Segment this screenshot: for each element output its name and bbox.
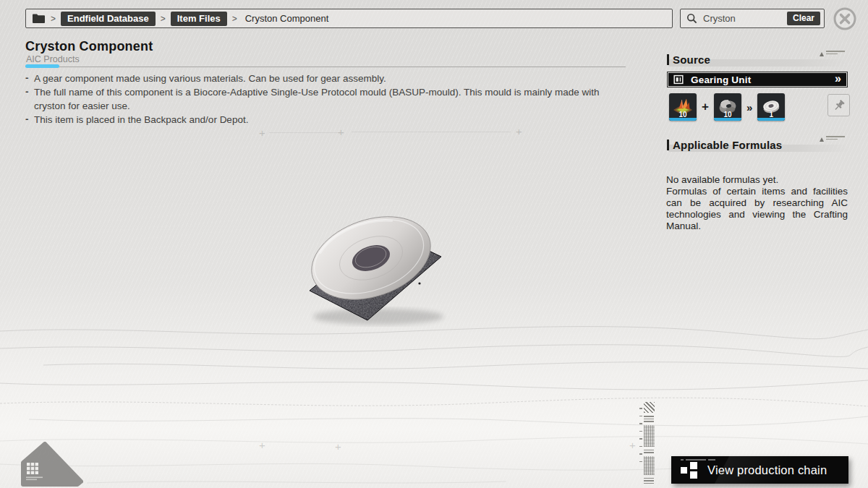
source-section-header: Source <box>667 52 848 67</box>
item-description-list: A gear component made using various mate… <box>25 72 615 127</box>
close-icon <box>833 7 857 31</box>
breadcrumb: > Endfield Database > Item Files > Cryst… <box>25 9 673 28</box>
view-production-chain-button[interactable]: View production chain <box>671 456 848 484</box>
grid-icon <box>27 463 38 474</box>
plus-operator: + <box>702 100 709 114</box>
corner-mark-decoration <box>820 51 845 56</box>
pin-button[interactable] <box>827 94 850 116</box>
arrow-operator: » <box>746 101 752 114</box>
plus-marker-decoration: + <box>338 127 344 137</box>
description-bullet: A gear component made using various mate… <box>25 72 615 85</box>
plus-marker-decoration: + <box>335 441 341 452</box>
item-3d-render <box>295 208 469 331</box>
item-category: AIC Products <box>26 54 80 64</box>
search-icon <box>686 13 697 24</box>
category-accent-bar <box>25 64 59 68</box>
facility-icon <box>673 74 684 85</box>
recipe-input-icon-originium-crystal[interactable]: 10 <box>669 93 697 121</box>
recipe-row: 10 + 10 » 1 <box>669 92 785 122</box>
recipe-input-icon-raw-cryston[interactable]: 10 <box>714 93 741 121</box>
close-button[interactable] <box>833 7 857 31</box>
formulas-section-header: Applicable Formulas <box>667 137 848 152</box>
rarity-strip <box>714 118 741 121</box>
recipe-output-icon-cryston-component[interactable]: 1 <box>757 93 785 121</box>
endfield-database-screen: + + + + + + + > Endfield Database > Item… <box>0 0 868 488</box>
formulas-empty-message: No available formulas yet. Formulas of c… <box>666 174 848 232</box>
pushpin-icon <box>832 98 846 113</box>
view-production-chain-label: View production chain <box>707 463 827 477</box>
search-input[interactable] <box>702 12 783 25</box>
description-bullet: The full name of this component is a Bio… <box>25 85 615 113</box>
faint-line-decoration <box>352 132 511 132</box>
rarity-strip <box>757 118 785 121</box>
search-box: Clear <box>680 9 825 28</box>
plus-marker-decoration: + <box>516 126 522 137</box>
formulas-header-label: Applicable Formulas <box>673 139 782 151</box>
production-chain-icon <box>681 461 698 479</box>
corner-menu-tab[interactable] <box>0 434 94 488</box>
breadcrumb-item-current: Cryston Component <box>245 13 329 24</box>
rarity-strip <box>669 118 697 121</box>
header-bar-decoration <box>667 140 669 150</box>
source-header-label: Source <box>673 53 710 66</box>
facility-gearing-unit-button[interactable]: Gearing Unit » <box>667 72 848 87</box>
breadcrumb-item-item-files[interactable]: Item Files <box>171 12 227 26</box>
double-chevron-icon: » <box>835 73 841 85</box>
folder-icon[interactable] <box>32 13 46 24</box>
plus-marker-decoration: + <box>259 440 265 450</box>
faint-line-decoration <box>269 132 339 133</box>
code-strip-decoration <box>639 402 657 487</box>
plus-marker-decoration: + <box>259 127 265 138</box>
breadcrumb-item-endfield-database[interactable]: Endfield Database <box>61 12 156 26</box>
plus-marker-decoration: + <box>629 440 636 450</box>
header-bar-decoration <box>667 54 669 65</box>
breadcrumb-separator: > <box>161 14 166 23</box>
breadcrumb-separator: > <box>232 14 237 23</box>
page-title: Cryston Component <box>25 39 153 54</box>
header-divider <box>25 67 626 67</box>
formulas-empty-title: No available formulas yet. <box>666 174 778 185</box>
facility-label: Gearing Unit <box>691 74 827 85</box>
clear-search-button[interactable]: Clear <box>787 12 820 25</box>
breadcrumb-separator: > <box>51 14 56 23</box>
description-bullet: This item is placed in the Backpack and/… <box>25 113 615 127</box>
corner-mark-decoration <box>820 136 845 142</box>
triangle-icon <box>820 52 824 56</box>
triangle-icon <box>820 137 824 142</box>
formulas-empty-body: Formulas of certain items and facilities… <box>666 186 848 231</box>
tiny-label-decoration <box>681 459 715 461</box>
